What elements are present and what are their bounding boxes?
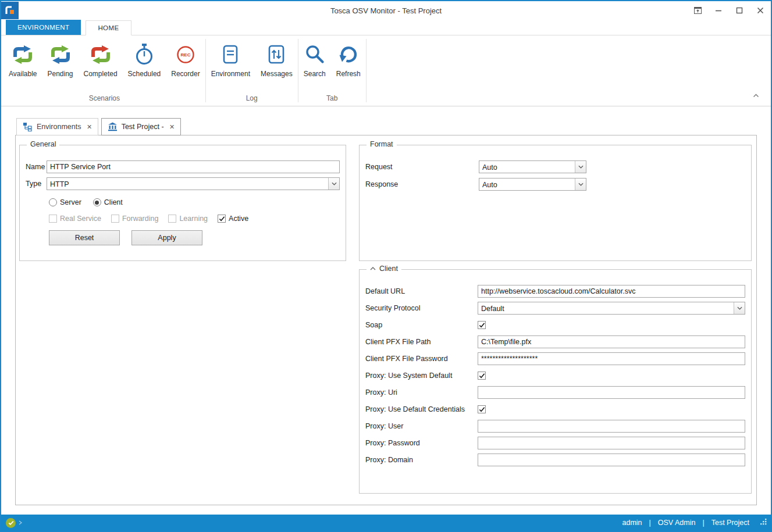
proxy-domain-input[interactable] [478,454,745,466]
hierarchy-icon [23,122,33,131]
soap-checkbox[interactable] [478,321,486,329]
proxy-system-default-label: Proxy: Use System Default [365,372,478,380]
scheduled-button[interactable]: Scheduled [123,40,166,79]
available-button[interactable]: Available [3,40,42,79]
refresh-icon [337,42,360,67]
scheduled-label: Scheduled [128,70,161,78]
forwarding-checkbox[interactable] [111,215,119,223]
pending-label: Pending [47,70,73,78]
security-protocol-value: Default [478,302,734,314]
name-input[interactable] [47,160,340,173]
sync-arrows-red-green-icon [90,42,112,67]
chevron-down-icon[interactable] [734,302,745,314]
environment-log-button[interactable]: Environment [206,40,255,79]
client-pfx-file-path-input[interactable] [478,335,745,348]
main-area: Environments × Test Project - × Gener [1,106,771,515]
security-protocol-label: Security Protocol [365,304,478,312]
client-section: Client Default URL Security Protocol Def… [359,269,752,494]
messages-button[interactable]: Messages [255,40,298,79]
pfx-path-label: Client PFX File Path [365,338,478,346]
active-checkbox[interactable] [218,215,226,223]
mode-radio-group: Server Client [49,198,340,206]
status-bar: admin | OSV Admin | Test Project [1,515,771,531]
maximize-button[interactable] [729,1,750,20]
completed-button[interactable]: Completed [79,40,123,79]
response-row: Response Auto [365,178,745,191]
content-panel: General Name Type HTTP [15,135,757,505]
proxy-default-credentials-row: Proxy: Use Default Credentials [365,403,745,416]
ribbon-group-log: Environment Messages Log [206,35,298,106]
pending-button[interactable]: Pending [42,40,78,79]
close-tab-icon[interactable]: × [87,123,91,131]
real-service-checkbox[interactable] [49,215,57,223]
title-bar[interactable]: Tosca OSV Monitor - Test Project [1,1,771,20]
maximize-icon [736,7,743,14]
proxy-system-default-row: Proxy: Use System Default [365,369,745,382]
status-expand-icon[interactable] [19,519,22,527]
close-tab-icon[interactable]: × [170,123,175,131]
search-label: Search [304,70,326,78]
close-button[interactable] [750,1,771,20]
minimize-button[interactable] [708,1,729,20]
chevron-down-icon[interactable] [328,178,339,190]
default-url-input[interactable] [478,285,745,298]
proxy-use-system-default-checkbox[interactable] [478,372,486,380]
search-button[interactable]: Search [298,40,331,79]
server-radio-label: Server [60,198,81,206]
flags-checkbox-group: Real Service Forwarding Learning [49,215,340,223]
collapse-section-icon[interactable] [370,267,376,270]
proxy-domain-label: Proxy: Domain [365,456,478,464]
type-select[interactable]: HTTP [47,177,340,190]
proxy-user-input[interactable] [478,420,745,433]
forwarding-label: Forwarding [122,215,159,223]
proxy-uri-input[interactable] [478,386,745,399]
proxy-use-default-credentials-checkbox[interactable] [478,405,486,413]
proxy-password-input[interactable] [478,437,745,449]
resize-grip[interactable] [760,518,767,527]
client-radio[interactable] [93,198,101,206]
server-option[interactable]: Server [49,198,81,206]
search-icon [304,42,326,67]
status-ok-icon [6,518,16,528]
app-logo-icon[interactable] [1,2,19,19]
refresh-button[interactable]: Refresh [331,40,366,79]
forwarding-option: Forwarding [111,215,159,223]
doc-tab-environments[interactable]: Environments × [16,118,98,135]
pfx-path-row: Client PFX File Path [365,335,745,348]
completed-label: Completed [84,70,118,78]
active-option[interactable]: Active [218,215,248,223]
soap-row: Soap [365,319,745,331]
active-label: Active [229,215,248,223]
status-separator: | [649,519,651,527]
request-select[interactable]: Auto [479,160,586,173]
chevron-down-icon[interactable] [575,178,586,190]
format-legend: Format [367,140,397,148]
status-role: OSV Admin [658,519,696,527]
document-tab-bar: Environments × Test Project - × [15,118,757,135]
client-pfx-file-password-input[interactable] [478,352,745,365]
chevron-down-icon[interactable] [575,161,586,173]
ribbon-collapse-button[interactable] [751,92,760,99]
response-value: Auto [479,178,575,190]
apply-button[interactable]: Apply [131,230,202,245]
response-select[interactable]: Auto [479,178,586,191]
server-radio[interactable] [49,198,57,206]
app-window: Tosca OSV Monitor - Test Project [0,0,772,532]
tab-environment[interactable]: ENVIRONMENT [6,20,81,35]
default-url-row: Default URL [365,285,745,298]
ribbon: Available Pending [1,35,771,106]
dock-window-button[interactable] [687,1,708,20]
client-section-header: Client [367,265,401,273]
status-separator: | [702,519,704,527]
tab-home[interactable]: HOME [86,20,131,35]
client-option[interactable]: Client [93,198,123,206]
default-url-label: Default URL [365,287,478,295]
security-protocol-select[interactable]: Default [478,302,745,315]
rec-icon: REC [175,42,196,67]
doc-tab-test-project[interactable]: Test Project - × [101,118,181,135]
recorder-button[interactable]: REC Recorder [166,40,205,79]
learning-checkbox[interactable] [168,215,176,223]
reset-button[interactable]: Reset [49,230,120,245]
project-icon [108,122,118,131]
proxy-default-credentials-label: Proxy: Use Default Credentials [365,405,478,413]
